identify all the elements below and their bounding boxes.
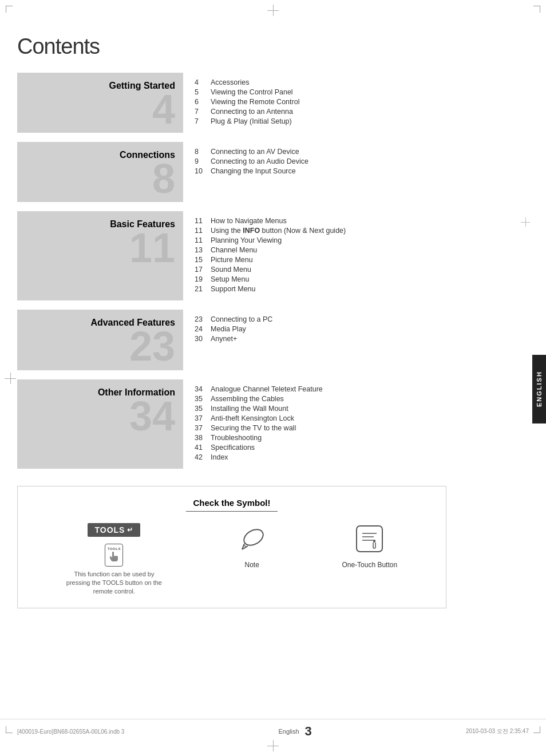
tools-description: This function can be used by pressing th…	[66, 570, 162, 596]
item-text: Picture Menu	[211, 256, 498, 264]
symbol-box-title: Check the Symbol!	[29, 498, 434, 508]
item-text: Channel Menu	[211, 246, 498, 254]
section-row: Advanced Features2323Connecting to a PC2…	[17, 310, 498, 370]
svg-rect-4	[357, 526, 382, 552]
note-label: Note	[245, 561, 259, 569]
list-item: 41Specifications	[195, 444, 498, 452]
list-item: 42Index	[195, 453, 498, 461]
section-items-list: 4Accessories5Viewing the Control Panel6V…	[195, 78, 498, 125]
item-text: Viewing the Control Panel	[211, 88, 498, 96]
tools-badge: TOOLS ↵	[88, 523, 140, 537]
list-item: 21Support Menu	[195, 285, 498, 293]
crosshair-bottom-icon	[267, 740, 279, 751]
svg-point-0	[241, 526, 266, 548]
item-text: Plug & Play (Initial Setup)	[211, 117, 498, 125]
footer-timestamp: 2010-03-03 오전 2:35:47	[466, 727, 529, 735]
item-text: Assembling the Cables	[211, 395, 498, 403]
item-text: Installing the Wall Mount	[211, 405, 498, 413]
item-page-number: 41	[195, 444, 211, 452]
item-text: Support Menu	[211, 285, 498, 293]
symbol-box: Check the Symbol! TOOLS ↵ TOOLS	[17, 486, 446, 608]
list-item: 34Analogue Channel Teletext Feature	[195, 385, 498, 393]
list-item: 11Using the INFO button (Now & Next guid…	[195, 227, 498, 235]
item-page-number: 37	[195, 424, 211, 432]
item-page-number: 24	[195, 325, 211, 333]
item-text: Using the INFO button (Now & Next guide)	[211, 227, 498, 235]
symbol-title-underline	[186, 511, 278, 512]
item-text: Connecting to a PC	[211, 315, 498, 323]
section-content: 23Connecting to a PC24Media Play30Anynet…	[183, 310, 498, 370]
footer-file-info: [400019-Euro]BN68-02655A-00L06.indb 3	[17, 729, 124, 735]
list-item: 11Planning Your Viewing	[195, 236, 498, 244]
list-item: 35Assembling the Cables	[195, 395, 498, 403]
section-label-box: Other Information34	[17, 379, 183, 469]
footer-page-number: 3	[305, 724, 312, 739]
note-icon	[236, 523, 268, 556]
page-content: Contents Getting Started44Accessories5Vi…	[0, 0, 515, 631]
list-item: 23Connecting to a PC	[195, 315, 498, 323]
item-text: Securing the TV to the wall	[211, 424, 498, 432]
item-page-number: 38	[195, 434, 211, 442]
tools-small-icon-row: TOOLS	[105, 544, 123, 567]
list-item: 17Sound Menu	[195, 266, 498, 274]
item-page-number: 4	[195, 78, 211, 86]
section-number: 11	[129, 231, 175, 266]
sections-container: Getting Started44Accessories5Viewing the…	[17, 73, 498, 469]
crosshair-left-icon	[5, 373, 16, 384]
section-row: Getting Started44Accessories5Viewing the…	[17, 73, 498, 133]
list-item: 38Troubleshooting	[195, 434, 498, 442]
item-text: Media Play	[211, 325, 498, 333]
item-text: Connecting to an AV Device	[211, 148, 498, 156]
section-content: 34Analogue Channel Teletext Feature35Ass…	[183, 379, 498, 469]
item-text: Setup Menu	[211, 275, 498, 283]
list-item: 19Setup Menu	[195, 275, 498, 283]
section-items-list: 8Connecting to an AV Device9Connecting t…	[195, 148, 498, 175]
item-page-number: 7	[195, 117, 211, 125]
footer-language-label: English	[278, 728, 299, 735]
item-page-number: 37	[195, 414, 211, 422]
section-label-box: Getting Started4	[17, 73, 183, 133]
page-footer: [400019-Euro]BN68-02655A-00L06.indb 3 En…	[0, 719, 546, 739]
item-page-number: 11	[195, 227, 211, 235]
item-page-number: 6	[195, 98, 211, 106]
symbol-items-row: TOOLS ↵ TOOLS This function can b	[29, 523, 434, 596]
item-text: Troubleshooting	[211, 434, 498, 442]
item-text: Sound Menu	[211, 266, 498, 274]
svg-point-8	[373, 540, 375, 543]
item-text: Specifications	[211, 444, 498, 452]
item-text: Index	[211, 453, 498, 461]
item-text: Connecting to an Antenna	[211, 108, 498, 116]
corner-mark-tl	[6, 6, 13, 13]
section-label-box: Basic Features11	[17, 211, 183, 300]
item-page-number: 23	[195, 315, 211, 323]
list-item: 6Viewing the Remote Control	[195, 98, 498, 106]
english-language-tab: ENGLISH	[532, 355, 546, 423]
item-text: Anti-theft Kensington Lock	[211, 414, 498, 422]
section-row: Basic Features1111How to Navigate Menus1…	[17, 211, 498, 300]
section-number: 4	[152, 92, 175, 127]
section-label-box: Connections8	[17, 142, 183, 202]
bold-word: INFO	[243, 227, 260, 235]
item-text: Accessories	[211, 78, 498, 86]
list-item: 7Connecting to an Antenna	[195, 108, 498, 116]
item-page-number: 5	[195, 88, 211, 96]
list-item: 30Anynet+	[195, 335, 498, 343]
list-item: 24Media Play	[195, 325, 498, 333]
item-page-number: 17	[195, 266, 211, 274]
item-text: Changing the Input Source	[211, 167, 498, 175]
list-item: 11How to Navigate Menus	[195, 217, 498, 225]
page-title: Contents	[17, 34, 498, 59]
section-content: 4Accessories5Viewing the Control Panel6V…	[183, 73, 498, 133]
item-text: Analogue Channel Teletext Feature	[211, 385, 498, 393]
item-page-number: 19	[195, 275, 211, 283]
section-items-list: 23Connecting to a PC24Media Play30Anynet…	[195, 315, 498, 343]
item-page-number: 35	[195, 395, 211, 403]
item-page-number: 35	[195, 405, 211, 413]
item-page-number: 13	[195, 246, 211, 254]
list-item: 5Viewing the Control Panel	[195, 88, 498, 96]
item-page-number: 30	[195, 335, 211, 343]
list-item: 4Accessories	[195, 78, 498, 86]
list-item: 10Changing the Input Source	[195, 167, 498, 175]
section-content: 8Connecting to an AV Device9Connecting t…	[183, 142, 498, 202]
item-text: Viewing the Remote Control	[211, 98, 498, 106]
